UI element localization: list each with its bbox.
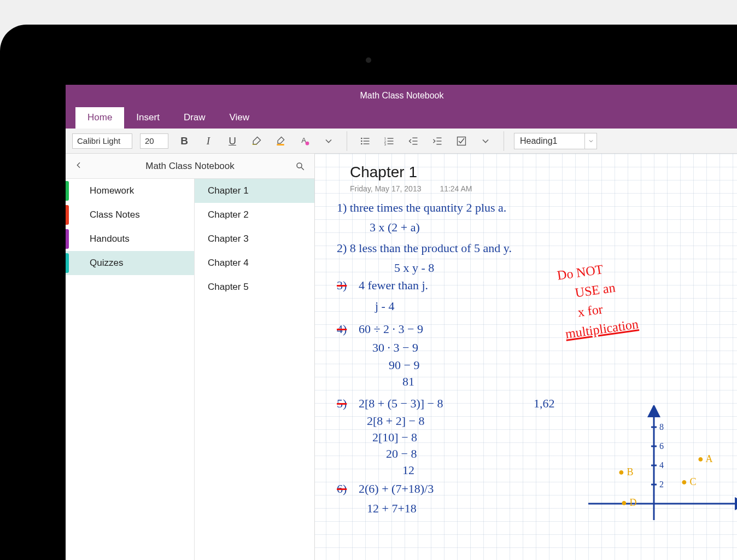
ink-number-scratched: 5) <box>337 396 347 411</box>
page-item[interactable]: Chapter 3 <box>195 227 314 251</box>
ink-text: 90 − 9 <box>389 358 419 372</box>
sections-list: Homework Class Notes Handouts Quizz <box>66 179 195 560</box>
style-dropdown-button[interactable] <box>585 133 597 149</box>
section-color-tab <box>66 229 69 249</box>
toolbar-divider <box>347 131 347 151</box>
section-color-tab <box>66 253 69 273</box>
font-color-button[interactable]: A <box>296 133 313 149</box>
ink-axes: 8 6 4 2 <box>572 405 737 547</box>
bullet-list-icon <box>360 136 371 147</box>
section-item-quizzes[interactable]: Quizzes <box>66 251 194 275</box>
section-item-class-notes[interactable]: Class Notes <box>66 203 194 227</box>
bold-button[interactable]: B <box>176 133 192 149</box>
chevron-down-icon <box>480 136 491 147</box>
ink-text: 2[10] − 8 <box>372 430 417 445</box>
search-icon <box>295 161 305 171</box>
ink-text: 2(6) + (7+18)/3 <box>359 482 434 496</box>
tab-home[interactable]: Home <box>75 107 124 129</box>
tab-view[interactable]: View <box>218 107 262 129</box>
page-label: Chapter 3 <box>208 234 249 244</box>
ink-text: 1) three times the quantity 2 plus a. <box>337 201 506 215</box>
nav-back-button[interactable] <box>74 160 85 172</box>
ink-point: ● D <box>621 497 636 509</box>
font-size-input[interactable]: 20 <box>140 133 168 149</box>
tags-dropdown-button[interactable] <box>477 133 494 149</box>
page-time: 11:24 AM <box>440 184 472 193</box>
outdent-icon <box>408 136 419 147</box>
section-label: Handouts <box>90 234 130 244</box>
axis-tick: 6 <box>659 441 664 451</box>
section-item-homework[interactable]: Homework <box>66 179 194 203</box>
ink-text: 20 − 8 <box>386 447 417 461</box>
todo-tag-button[interactable] <box>453 133 470 149</box>
page-item[interactable]: Chapter 4 <box>195 251 314 275</box>
ink-text: 4 fewer than j. <box>359 278 428 293</box>
underline-button[interactable]: U <box>224 133 241 149</box>
section-color-tab <box>66 181 69 201</box>
ink-text: 3 x (2 + a) <box>370 220 420 235</box>
svg-point-4 <box>361 143 362 144</box>
numbered-list-button[interactable]: 123 <box>381 133 397 149</box>
svg-text:3: 3 <box>384 143 386 146</box>
ink-text: 2) 8 less than the product of 5 and y. <box>337 241 512 255</box>
ink-color-button[interactable] <box>272 133 289 149</box>
title-bar: Math Class Notebook <box>66 85 737 107</box>
style-select[interactable]: Heading1 <box>514 133 585 149</box>
chevron-left-icon <box>74 161 83 170</box>
tab-draw[interactable]: Draw <box>172 107 218 129</box>
ink-text: 81 <box>402 375 414 389</box>
ink-text: 30 · 3 − 9 <box>372 341 418 355</box>
ink-text: 12 + 7+18 <box>367 501 417 516</box>
toolbar-divider <box>504 131 504 151</box>
ink-text: 12 <box>402 463 414 477</box>
ink-callout: Do NOT USE an x for multiplication <box>556 255 640 343</box>
font-name-input[interactable]: Calibri Light <box>72 133 132 149</box>
more-formatting-button[interactable] <box>320 133 337 149</box>
section-color-tab <box>66 205 69 225</box>
nav-search-button[interactable] <box>295 161 306 171</box>
ink-text: 5 x y - 8 <box>394 261 434 275</box>
page-label: Chapter 1 <box>208 185 249 196</box>
page-date: Friday, May 17, 2013 <box>350 184 421 193</box>
page-item[interactable]: Chapter 2 <box>195 203 314 227</box>
nav-header: Math Class Notebook <box>66 154 314 179</box>
nav-title: Math Class Notebook <box>145 161 235 172</box>
pages-list: Chapter 1 Chapter 2 Chapter 3 Chapter 4 … <box>195 179 314 560</box>
bullet-list-button[interactable] <box>357 133 373 149</box>
section-label: Quizzes <box>90 258 123 269</box>
ink-text: 2[8 + 2] − 8 <box>367 414 424 428</box>
page-item[interactable]: Chapter 1 <box>195 179 314 203</box>
section-label: Homework <box>90 185 134 196</box>
page-meta: Friday, May 17, 2013 11:24 AM <box>350 184 737 193</box>
chevron-down-icon <box>588 138 594 144</box>
ink-number-scratched: 3) <box>337 278 347 293</box>
ink-text: 2[8 + (5 − 3)] − 8 <box>359 396 443 411</box>
svg-point-1 <box>306 141 309 145</box>
checkbox-icon <box>456 136 467 147</box>
section-item-handouts[interactable]: Handouts <box>66 227 194 251</box>
device-camera <box>366 57 371 63</box>
page-canvas[interactable]: Chapter 1 Friday, May 17, 2013 11:24 AM … <box>315 154 737 560</box>
ink-number-scratched: 6) <box>337 482 347 496</box>
svg-point-3 <box>361 140 362 142</box>
axis-tick: 8 <box>659 422 664 431</box>
page-item[interactable]: Chapter 5 <box>195 275 314 299</box>
ink-point: ● B <box>618 466 633 478</box>
page-title[interactable]: Chapter 1 <box>350 164 737 181</box>
axis-tick: 2 <box>659 480 664 489</box>
ink-point: ● C <box>681 476 696 488</box>
tab-insert[interactable]: Insert <box>124 107 172 129</box>
svg-point-2 <box>361 137 362 139</box>
ink-point: ● A <box>698 453 712 465</box>
app-window: Math Class Notebook Home Insert Draw Vie… <box>66 85 737 560</box>
ink-text: 1,62 <box>534 396 555 411</box>
ink-callout-line: multiplication <box>564 314 640 343</box>
italic-button[interactable]: I <box>200 133 217 149</box>
outdent-button[interactable] <box>405 133 422 149</box>
ink-number-scratched: 4) <box>337 322 347 336</box>
numbered-list-icon: 123 <box>384 136 395 147</box>
highlight-button[interactable] <box>248 133 265 149</box>
navigation-pane: Math Class Notebook Homework Class Note <box>66 154 315 560</box>
indent-icon <box>432 136 443 147</box>
indent-button[interactable] <box>429 133 446 149</box>
